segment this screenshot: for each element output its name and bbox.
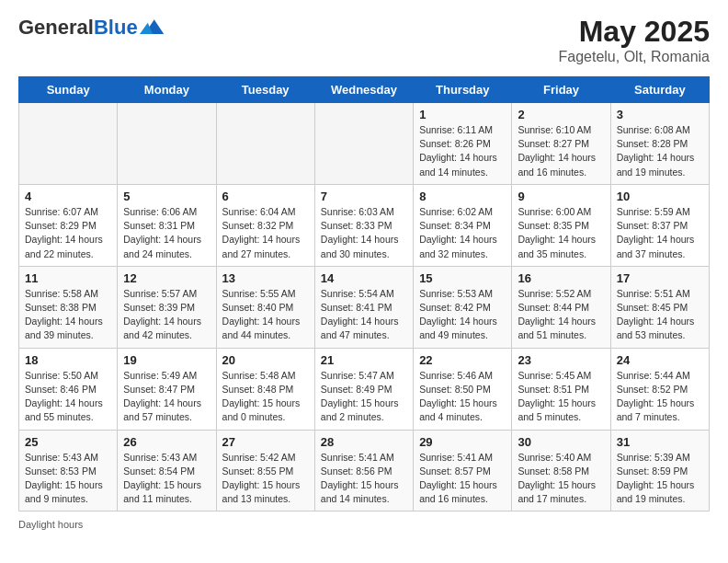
calendar-cell: 2Sunrise: 6:10 AM Sunset: 8:27 PM Daylig… xyxy=(512,103,610,185)
day-info: Sunrise: 5:51 AM Sunset: 8:45 PM Dayligh… xyxy=(617,287,704,343)
day-info: Sunrise: 6:02 AM Sunset: 8:34 PM Dayligh… xyxy=(419,205,506,261)
calendar-cell: 25Sunrise: 5:43 AM Sunset: 8:53 PM Dayli… xyxy=(19,430,118,511)
day-info: Sunrise: 5:58 AM Sunset: 8:38 PM Dayligh… xyxy=(25,287,112,343)
calendar-cell: 31Sunrise: 5:39 AM Sunset: 8:59 PM Dayli… xyxy=(610,430,709,511)
day-info: Sunrise: 5:40 AM Sunset: 8:58 PM Dayligh… xyxy=(518,451,605,507)
day-number: 15 xyxy=(419,271,506,285)
day-info: Sunrise: 5:42 AM Sunset: 8:55 PM Dayligh… xyxy=(222,451,310,507)
day-number: 12 xyxy=(123,271,210,285)
day-info: Sunrise: 6:10 AM Sunset: 8:27 PM Dayligh… xyxy=(518,123,605,179)
day-info: Sunrise: 5:39 AM Sunset: 8:59 PM Dayligh… xyxy=(617,451,704,507)
calendar-cell: 11Sunrise: 5:58 AM Sunset: 8:38 PM Dayli… xyxy=(19,266,118,348)
calendar-cell: 5Sunrise: 6:06 AM Sunset: 8:31 PM Daylig… xyxy=(118,184,216,266)
calendar-cell: 27Sunrise: 5:42 AM Sunset: 8:55 PM Dayli… xyxy=(216,430,314,511)
day-number: 25 xyxy=(25,435,112,449)
day-number: 24 xyxy=(617,353,704,367)
logo: GeneralBlue xyxy=(18,15,165,40)
day-number: 1 xyxy=(419,108,506,121)
footer-note-text: Daylight hours xyxy=(18,519,83,530)
title-location: Fagetelu, Olt, Romania xyxy=(558,49,710,65)
calendar-cell: 15Sunrise: 5:53 AM Sunset: 8:42 PM Dayli… xyxy=(414,266,512,348)
calendar-cell: 9Sunrise: 6:00 AM Sunset: 8:35 PM Daylig… xyxy=(512,184,610,266)
calendar-cell: 1Sunrise: 6:11 AM Sunset: 8:26 PM Daylig… xyxy=(414,103,512,185)
day-info: Sunrise: 5:47 AM Sunset: 8:49 PM Dayligh… xyxy=(321,369,408,425)
calendar-cell: 26Sunrise: 5:43 AM Sunset: 8:54 PM Dayli… xyxy=(118,430,216,511)
calendar-week-4: 18Sunrise: 5:50 AM Sunset: 8:46 PM Dayli… xyxy=(19,348,710,430)
calendar-cell: 22Sunrise: 5:46 AM Sunset: 8:50 PM Dayli… xyxy=(414,348,512,430)
calendar-cell xyxy=(216,103,314,185)
calendar-cell: 20Sunrise: 5:48 AM Sunset: 8:48 PM Dayli… xyxy=(216,348,314,430)
day-info: Sunrise: 5:53 AM Sunset: 8:42 PM Dayligh… xyxy=(419,287,506,343)
day-info: Sunrise: 5:41 AM Sunset: 8:56 PM Dayligh… xyxy=(321,451,408,507)
calendar-cell: 16Sunrise: 5:52 AM Sunset: 8:44 PM Dayli… xyxy=(512,266,610,348)
day-info: Sunrise: 5:46 AM Sunset: 8:50 PM Dayligh… xyxy=(419,369,506,425)
day-info: Sunrise: 5:48 AM Sunset: 8:48 PM Dayligh… xyxy=(222,369,310,425)
day-number: 19 xyxy=(123,353,210,367)
calendar-col-wednesday: Wednesday xyxy=(314,77,413,103)
calendar-col-thursday: Thursday xyxy=(414,77,512,103)
day-info: Sunrise: 6:07 AM Sunset: 8:29 PM Dayligh… xyxy=(25,205,112,261)
day-info: Sunrise: 6:06 AM Sunset: 8:31 PM Dayligh… xyxy=(123,205,210,261)
day-number: 6 xyxy=(222,190,310,203)
day-number: 30 xyxy=(518,435,605,449)
day-number: 2 xyxy=(518,108,605,121)
calendar-cell: 23Sunrise: 5:45 AM Sunset: 8:51 PM Dayli… xyxy=(512,348,610,430)
calendar-cell xyxy=(314,103,413,185)
day-number: 28 xyxy=(321,435,408,449)
day-number: 3 xyxy=(617,108,704,121)
day-number: 20 xyxy=(222,353,310,367)
day-number: 7 xyxy=(321,190,408,203)
calendar-cell: 30Sunrise: 5:40 AM Sunset: 8:58 PM Dayli… xyxy=(512,430,610,511)
calendar-cell: 18Sunrise: 5:50 AM Sunset: 8:46 PM Dayli… xyxy=(19,348,118,430)
calendar-col-monday: Monday xyxy=(118,77,216,103)
day-info: Sunrise: 5:54 AM Sunset: 8:41 PM Dayligh… xyxy=(321,287,408,343)
day-info: Sunrise: 5:49 AM Sunset: 8:47 PM Dayligh… xyxy=(123,369,210,425)
day-info: Sunrise: 5:41 AM Sunset: 8:57 PM Dayligh… xyxy=(419,451,506,507)
calendar-cell xyxy=(19,103,118,185)
day-info: Sunrise: 6:11 AM Sunset: 8:26 PM Dayligh… xyxy=(419,123,506,179)
calendar-cell: 29Sunrise: 5:41 AM Sunset: 8:57 PM Dayli… xyxy=(414,430,512,511)
calendar-table: SundayMondayTuesdayWednesdayThursdayFrid… xyxy=(18,76,710,511)
day-info: Sunrise: 5:57 AM Sunset: 8:39 PM Dayligh… xyxy=(123,287,210,343)
day-number: 31 xyxy=(617,435,704,449)
calendar-cell: 4Sunrise: 6:07 AM Sunset: 8:29 PM Daylig… xyxy=(19,184,118,266)
calendar-cell: 13Sunrise: 5:55 AM Sunset: 8:40 PM Dayli… xyxy=(216,266,314,348)
calendar-week-1: 1Sunrise: 6:11 AM Sunset: 8:26 PM Daylig… xyxy=(19,103,710,185)
calendar-week-2: 4Sunrise: 6:07 AM Sunset: 8:29 PM Daylig… xyxy=(19,184,710,266)
day-number: 5 xyxy=(123,190,210,203)
day-number: 22 xyxy=(419,353,506,367)
calendar-cell: 17Sunrise: 5:51 AM Sunset: 8:45 PM Dayli… xyxy=(610,266,709,348)
day-number: 9 xyxy=(518,190,605,203)
calendar-cell: 10Sunrise: 5:59 AM Sunset: 8:37 PM Dayli… xyxy=(610,184,709,266)
day-number: 27 xyxy=(222,435,310,449)
title-block: May 2025 Fagetelu, Olt, Romania xyxy=(558,15,710,65)
day-info: Sunrise: 5:59 AM Sunset: 8:37 PM Dayligh… xyxy=(617,205,704,261)
calendar-col-tuesday: Tuesday xyxy=(216,77,314,103)
day-info: Sunrise: 6:03 AM Sunset: 8:33 PM Dayligh… xyxy=(321,205,408,261)
day-number: 8 xyxy=(419,190,506,203)
day-number: 10 xyxy=(617,190,704,203)
footer-note: Daylight hours xyxy=(18,519,710,530)
day-info: Sunrise: 5:43 AM Sunset: 8:53 PM Dayligh… xyxy=(25,451,112,507)
day-info: Sunrise: 6:04 AM Sunset: 8:32 PM Dayligh… xyxy=(222,205,310,261)
calendar-cell: 21Sunrise: 5:47 AM Sunset: 8:49 PM Dayli… xyxy=(314,348,413,430)
calendar-cell: 28Sunrise: 5:41 AM Sunset: 8:56 PM Dayli… xyxy=(314,430,413,511)
logo-blue: Blue xyxy=(94,16,138,39)
day-number: 11 xyxy=(25,271,112,285)
header: GeneralBlue May 2025 Fagetelu, Olt, Roma… xyxy=(18,15,710,65)
calendar-week-3: 11Sunrise: 5:58 AM Sunset: 8:38 PM Dayli… xyxy=(19,266,710,348)
calendar-cell: 14Sunrise: 5:54 AM Sunset: 8:41 PM Dayli… xyxy=(314,266,413,348)
day-number: 13 xyxy=(222,271,310,285)
day-number: 18 xyxy=(25,353,112,367)
day-info: Sunrise: 6:08 AM Sunset: 8:28 PM Dayligh… xyxy=(617,123,704,179)
calendar-cell: 7Sunrise: 6:03 AM Sunset: 8:33 PM Daylig… xyxy=(314,184,413,266)
calendar-col-saturday: Saturday xyxy=(610,77,709,103)
day-info: Sunrise: 5:43 AM Sunset: 8:54 PM Dayligh… xyxy=(123,451,210,507)
day-number: 17 xyxy=(617,271,704,285)
calendar-cell: 3Sunrise: 6:08 AM Sunset: 8:28 PM Daylig… xyxy=(610,103,709,185)
title-month: May 2025 xyxy=(558,15,710,49)
day-number: 16 xyxy=(518,271,605,285)
calendar-cell: 24Sunrise: 5:44 AM Sunset: 8:52 PM Dayli… xyxy=(610,348,709,430)
day-number: 4 xyxy=(25,190,112,203)
logo-general: General xyxy=(18,16,94,39)
